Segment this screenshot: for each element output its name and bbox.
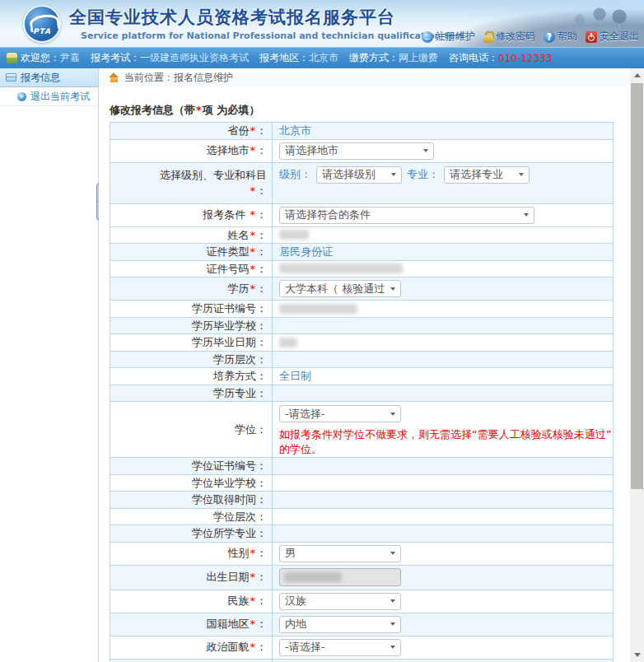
register-maintain-link[interactable]: 注册维护: [422, 30, 475, 44]
field-value: [273, 492, 614, 509]
folder-icon: [6, 73, 16, 82]
bullet-icon: [17, 92, 26, 101]
redacted-value: [279, 304, 357, 314]
pta-logo-text: PTA: [25, 27, 59, 35]
form-row: 报考条件 *：请选择符合的条件: [110, 203, 614, 226]
required-asterisk: *: [250, 594, 256, 607]
dropdown-select[interactable]: 请选择专业: [444, 166, 530, 184]
welcome-bar: 欢迎您： 尹嘉 报考考试： 一级建造师执业资格考试 报考地区： 北京市 缴费方式…: [0, 47, 644, 68]
safe-logout-link[interactable]: 安全退出: [586, 30, 639, 44]
dropdown-select[interactable]: 大学本科（ 核验通过): [279, 280, 401, 297]
exam-info: 报考考试： 一级建造师执业资格考试: [91, 51, 249, 65]
form-row: 国籍地区*：内地: [110, 613, 614, 636]
redacted-value: [279, 263, 403, 273]
sidebar-item-exit-exam[interactable]: 退出当前考试: [0, 87, 98, 106]
dropdown-select[interactable]: 请选择地市: [279, 142, 434, 160]
chevron-down-icon: [390, 552, 395, 555]
field-label: 政治面貌*：: [110, 636, 273, 659]
field-label-text: 省份: [228, 124, 250, 137]
field-label-text: 培养方式: [213, 370, 256, 382]
field-value: [273, 260, 614, 277]
change-password-link[interactable]: 修改密码: [483, 30, 535, 44]
breadcrumb: 当前位置：报名信息维护: [99, 68, 630, 86]
form-row: 政治面貌*：-请选择-: [110, 636, 614, 659]
field-label-text: 学历: [228, 282, 250, 295]
required-asterisk: *: [250, 263, 256, 275]
selected-option: -请选择-: [285, 407, 324, 422]
field-value: [273, 334, 614, 352]
scroll-down-arrow-icon[interactable]: [630, 648, 644, 662]
form-row: 民族*：汉族: [110, 590, 614, 613]
welcome-label: 欢迎您：: [21, 51, 60, 65]
help-link[interactable]: 帮助: [544, 30, 577, 44]
field-label-text: 政治面貌: [207, 641, 250, 653]
field-label: 学历*：: [110, 277, 273, 301]
field-value-link[interactable]: 北京市: [279, 124, 311, 137]
field-label-text: 学位证书编号: [192, 459, 256, 472]
welcome-username: 尹嘉: [60, 51, 80, 65]
required-asterisk: *: [250, 124, 256, 137]
user-icon: [7, 53, 17, 63]
dropdown-select[interactable]: -请选择-: [279, 405, 401, 422]
globe-icon: [422, 31, 433, 43]
dropdown-select[interactable]: 请选择级别: [316, 166, 402, 184]
field-label: 学位所学专业：: [110, 525, 273, 543]
required-asterisk: *: [250, 184, 256, 197]
field-value-link[interactable]: 居民身份证: [279, 245, 333, 258]
field-label: 省份*：: [110, 123, 273, 140]
field-label: 学位证书编号：: [110, 458, 273, 475]
field-label-text: 证件号码: [207, 263, 250, 275]
field-value: 北京市: [273, 123, 614, 140]
field-value: 男: [273, 542, 614, 565]
sidebar-item-exam-info[interactable]: 报考信息: [0, 68, 98, 87]
required-asterisk: *: [250, 618, 256, 630]
field-label-text: 民族: [228, 594, 250, 607]
site-subtitle: Service platform for National Profession…: [81, 30, 464, 41]
dropdown-select[interactable]: 请选择符合的条件: [279, 207, 534, 224]
form-row: 允许报名专业*：选择: [110, 659, 614, 662]
scrollbar-thumb[interactable]: [631, 83, 643, 489]
vertical-scrollbar[interactable]: [630, 68, 644, 662]
form-row: 学位毕业学校：: [110, 474, 614, 492]
field-value: 选择: [273, 659, 614, 662]
field-label-text: 学位: [235, 423, 256, 436]
field-value: [273, 458, 614, 475]
dropdown-select[interactable]: 内地: [279, 616, 401, 633]
field-label: 学历毕业日期：: [110, 334, 273, 352]
form-row: 选择级别、专业和科目*：级别：请选择级别专业：请选择专业: [110, 162, 614, 203]
page-root: PTA 全国专业技术人员资格考试报名服务平台 Service platform …: [0, 0, 644, 662]
form-row: 学历毕业日期：: [110, 334, 614, 352]
site-title: 全国专业技术人员资格考试报名服务平台: [69, 6, 464, 29]
dropdown-select[interactable]: 汉族: [279, 593, 401, 610]
sub-field-label: 级别：: [279, 167, 311, 182]
field-label-text: 选择级别、专业和科目: [160, 169, 267, 181]
help-label: 帮助: [558, 30, 577, 44]
field-label-text: 学位层次: [213, 510, 256, 523]
chevron-down-icon: [519, 173, 524, 176]
field-value: -请选择-: [273, 636, 614, 659]
field-label-text: 学历专业: [213, 387, 256, 399]
field-label: 民族*：: [110, 590, 273, 613]
required-asterisk: *: [250, 641, 256, 653]
pta-logo: PTA: [23, 5, 61, 43]
register-maintain-label: 注册维护: [436, 30, 475, 44]
dropdown-select[interactable]: 男: [279, 545, 401, 562]
scroll-up-arrow-icon[interactable]: [630, 68, 644, 82]
change-password-label: 修改密码: [496, 30, 535, 44]
field-label: 出生日期*：: [110, 565, 273, 590]
field-value-link[interactable]: 全日制: [279, 370, 311, 382]
header-titles: 全国专业技术人员资格考试报名服务平台 Service platform for …: [69, 6, 464, 41]
chevron-down-icon: [524, 213, 529, 217]
registration-form-table: 省份*：北京市选择地市*：请选择地市选择级别、专业和科目*：级别：请选择级别专业…: [110, 122, 614, 662]
field-value: [273, 565, 614, 590]
form-title-prefix: 修改报考信息（带: [110, 104, 195, 116]
redacted-value: [279, 230, 309, 240]
dropdown-select[interactable]: -请选择-: [279, 639, 401, 656]
field-label-text: 学历毕业学校: [192, 319, 256, 332]
field-value: [273, 351, 614, 368]
field-label-text: 学位毕业学校: [192, 477, 256, 489]
breadcrumb-label: 当前位置：报名信息维护: [124, 71, 233, 85]
form-row: 证件类型*：居民身份证: [110, 244, 614, 261]
field-label-text: 学历层次: [213, 353, 256, 366]
field-label: 学位：: [110, 402, 273, 458]
